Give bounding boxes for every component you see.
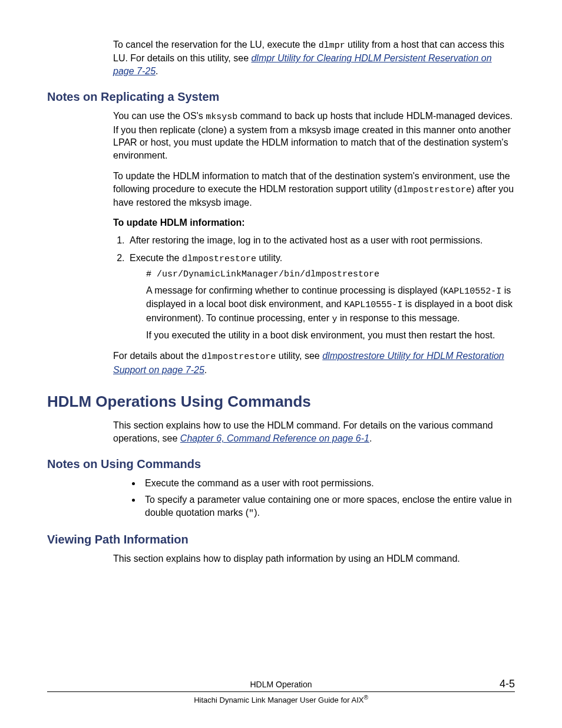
inline-code: KAPL10555-I (344, 300, 402, 310)
text: You can use the OS's (113, 111, 206, 121)
step-detail: # /usr/DynamicLinkManager/bin/dlmpostres… (146, 269, 515, 342)
paragraph: This section explains how to display pat… (113, 552, 515, 565)
registered-mark: ® (363, 694, 368, 701)
paragraph: To update the HDLM information to match … (113, 170, 515, 209)
paragraph: This section explains how to use the HDL… (113, 419, 515, 444)
list-item: Execute the command as a user with root … (141, 477, 515, 490)
paragraph: You can use the OS's mksysb command to b… (113, 110, 515, 162)
inline-code: mksysb (206, 112, 237, 122)
text: Execute the command as a user with root … (145, 478, 374, 488)
text: in response to this message. (337, 313, 459, 323)
paragraph: If you executed the utility in a boot di… (146, 329, 515, 342)
content-area: To cancel the reservation for the LU, ex… (47, 38, 515, 678)
text: A message for confirming whether to cont… (146, 285, 443, 295)
list-item: Execute the dlmpostrestore utility. # /u… (127, 252, 515, 342)
inline-code: dlmpostrestore (397, 185, 471, 195)
text: Hitachi Dynamic Link Manager User Guide … (194, 696, 363, 704)
list-item: To specify a parameter value containing … (141, 493, 515, 520)
text: . (204, 365, 207, 375)
footer-top-row: HDLM Operation 4-5 (47, 678, 515, 692)
inline-code: dlmpostrestore (182, 254, 256, 264)
inline-code: " (249, 509, 254, 519)
paragraph: A message for confirming whether to cont… (146, 284, 515, 325)
paragraph: For details about the dlmpostrestore uti… (113, 350, 515, 376)
text: . (369, 433, 372, 443)
footer-book-title: Hitachi Dynamic Link Manager User Guide … (47, 692, 515, 704)
text: For details about the (113, 351, 201, 361)
bullet-list: Execute the command as a user with root … (113, 477, 515, 519)
list-item: After restoring the image, log in to the… (127, 234, 515, 247)
page-footer: HDLM Operation 4-5 Hitachi Dynamic Link … (47, 678, 515, 704)
link-chapter6[interactable]: Chapter 6, Command Reference on page 6-1 (180, 433, 369, 443)
heading-notes-using-commands: Notes on Using Commands (47, 457, 515, 471)
inline-code: dlmpr (319, 41, 345, 51)
inline-code: dlmpostrestore (201, 352, 276, 362)
inline-code: KAPL10552-I (443, 286, 501, 297)
page: To cancel the reservation for the LU, ex… (0, 0, 562, 728)
text: utility, see (276, 351, 322, 361)
text: Execute the (130, 253, 182, 263)
heading-hdlm-operations: HDLM Operations Using Commands (47, 393, 515, 411)
intro-paragraph: To cancel the reservation for the LU, ex… (113, 38, 515, 77)
text: utility. (256, 253, 282, 263)
text: To specify a parameter value containing … (145, 495, 512, 518)
text: To cancel the reservation for the LU, ex… (113, 39, 319, 50)
heading-notes-replicating: Notes on Replicating a System (47, 90, 515, 104)
page-number: 4-5 (480, 678, 515, 690)
text: After restoring the image, log in to the… (130, 235, 482, 245)
text: ). (254, 508, 260, 518)
heading-viewing-path-info: Viewing Path Information (47, 533, 515, 546)
text: . (156, 66, 158, 76)
ordered-list: After restoring the image, log in to the… (113, 234, 515, 341)
procedure-heading: To update HDLM information: (113, 218, 515, 228)
footer-chapter-title: HDLM Operation (82, 680, 480, 689)
command-line: # /usr/DynamicLinkManager/bin/dlmpostres… (146, 269, 515, 281)
